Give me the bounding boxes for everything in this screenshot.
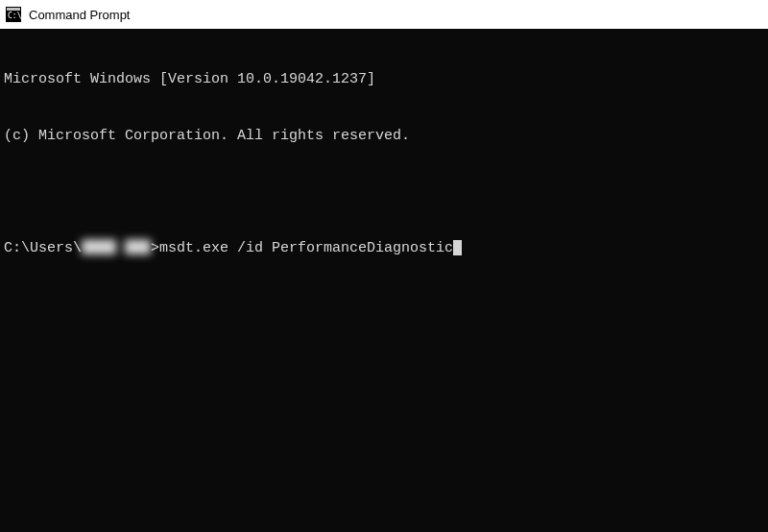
prompt-suffix: > xyxy=(151,239,159,258)
terminal-command: msdt.exe /id PerformanceDiagnostic xyxy=(159,239,453,258)
terminal-prompt-line: C:\Users\████ ███>msdt.exe /id Performan… xyxy=(4,239,764,258)
window-title: Command Prompt xyxy=(29,8,130,22)
cmd-icon: C:\ xyxy=(6,7,21,22)
svg-text:C:\: C:\ xyxy=(8,12,21,20)
prompt-prefix: C:\Users\ xyxy=(4,239,82,258)
svg-rect-1 xyxy=(7,8,20,11)
titlebar[interactable]: C:\ Command Prompt xyxy=(0,0,768,29)
terminal-blank-line xyxy=(4,182,764,202)
terminal-area[interactable]: Microsoft Windows [Version 10.0.19042.12… xyxy=(0,29,768,532)
terminal-line-version: Microsoft Windows [Version 10.0.19042.12… xyxy=(4,70,764,89)
terminal-line-copyright: (c) Microsoft Corporation. All rights re… xyxy=(4,127,764,146)
prompt-username-hidden: ████ ███ xyxy=(82,239,151,258)
terminal-cursor xyxy=(453,240,462,255)
